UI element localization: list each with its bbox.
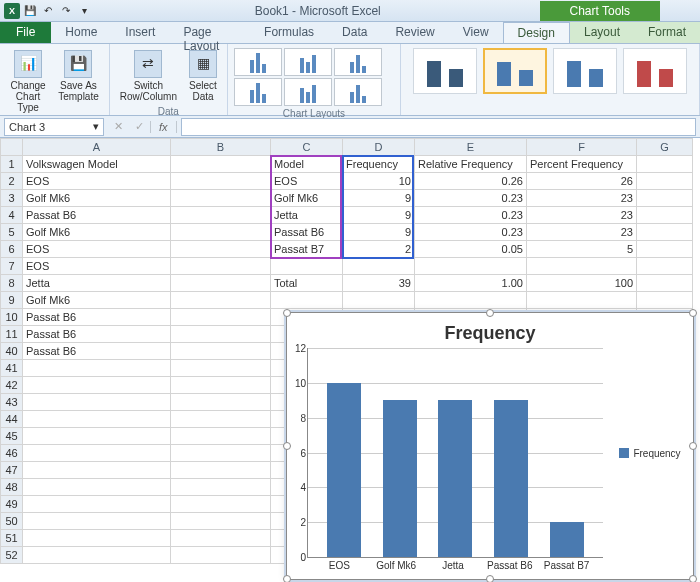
row-header[interactable]: 9 <box>1 292 23 309</box>
cell[interactable] <box>23 513 171 530</box>
cell[interactable]: 9 <box>343 207 415 224</box>
enter-icon[interactable]: ✓ <box>129 120 150 133</box>
cell[interactable] <box>171 428 271 445</box>
qat-dropdown-icon[interactable]: ▾ <box>76 3 92 19</box>
cell[interactable]: Golf Mk6 <box>23 224 171 241</box>
resize-handle[interactable] <box>283 309 291 317</box>
tab-view[interactable]: View <box>449 22 503 43</box>
resize-handle[interactable] <box>486 575 494 582</box>
cell[interactable] <box>527 258 637 275</box>
bar[interactable] <box>494 400 528 557</box>
cell[interactable]: Passat B7 <box>271 241 343 258</box>
cell[interactable]: Golf Mk6 <box>23 190 171 207</box>
cell[interactable]: 0.23 <box>415 190 527 207</box>
cell[interactable]: Passat B6 <box>23 326 171 343</box>
cell[interactable] <box>23 377 171 394</box>
plot-area[interactable]: 024681012 <box>307 348 603 558</box>
resize-handle[interactable] <box>283 575 291 582</box>
layout-item[interactable] <box>234 78 282 106</box>
column-headers[interactable]: A B C D E F G <box>1 139 693 156</box>
row-header[interactable]: 48 <box>1 479 23 496</box>
row-header[interactable]: 10 <box>1 309 23 326</box>
tab-layout[interactable]: Layout <box>570 22 634 43</box>
grid-row[interactable]: 4Passat B6Jetta90.2323 <box>1 207 693 224</box>
tab-formulas[interactable]: Formulas <box>250 22 328 43</box>
cell[interactable]: Passat B6 <box>23 207 171 224</box>
col-header[interactable]: B <box>171 139 271 156</box>
cell[interactable]: 10 <box>343 173 415 190</box>
row-header[interactable]: 11 <box>1 326 23 343</box>
resize-handle[interactable] <box>689 309 697 317</box>
cell[interactable]: 23 <box>527 207 637 224</box>
cell[interactable] <box>637 292 693 309</box>
cell[interactable]: 23 <box>527 224 637 241</box>
row-header[interactable]: 52 <box>1 547 23 564</box>
layout-item[interactable] <box>284 48 332 76</box>
row-header[interactable]: 42 <box>1 377 23 394</box>
cell[interactable]: EOS <box>23 173 171 190</box>
dropdown-icon[interactable]: ▾ <box>93 120 99 133</box>
cell[interactable] <box>171 309 271 326</box>
cell[interactable] <box>637 156 693 173</box>
row-header[interactable]: 4 <box>1 207 23 224</box>
chart-bars[interactable] <box>308 348 603 557</box>
cell[interactable] <box>23 411 171 428</box>
cell[interactable]: Jetta <box>271 207 343 224</box>
bar[interactable] <box>438 400 472 557</box>
cell[interactable] <box>171 411 271 428</box>
cell[interactable] <box>343 292 415 309</box>
col-header[interactable]: D <box>343 139 415 156</box>
undo-icon[interactable]: ↶ <box>40 3 56 19</box>
cell[interactable]: 0.23 <box>415 207 527 224</box>
row-header[interactable]: 45 <box>1 428 23 445</box>
cancel-icon[interactable]: ✕ <box>108 120 129 133</box>
cell[interactable] <box>171 224 271 241</box>
cell[interactable]: 0.05 <box>415 241 527 258</box>
col-header[interactable]: C <box>271 139 343 156</box>
row-header[interactable]: 3 <box>1 190 23 207</box>
cell[interactable] <box>23 394 171 411</box>
row-header[interactable]: 51 <box>1 530 23 547</box>
cell[interactable]: 39 <box>343 275 415 292</box>
cell[interactable] <box>171 292 271 309</box>
formula-input[interactable] <box>181 118 696 136</box>
row-header[interactable]: 2 <box>1 173 23 190</box>
name-box[interactable]: Chart 3 ▾ <box>4 118 104 136</box>
cell[interactable] <box>527 292 637 309</box>
cell[interactable] <box>637 258 693 275</box>
chart-layout-gallery[interactable] <box>234 48 394 106</box>
row-header[interactable]: 44 <box>1 411 23 428</box>
col-header[interactable]: F <box>527 139 637 156</box>
resize-handle[interactable] <box>689 575 697 582</box>
cell[interactable]: Golf Mk6 <box>23 292 171 309</box>
cell[interactable]: Relative Frequency <box>415 156 527 173</box>
row-header[interactable]: 43 <box>1 394 23 411</box>
layout-item[interactable] <box>334 78 382 106</box>
bar[interactable] <box>327 383 361 557</box>
row-header[interactable]: 8 <box>1 275 23 292</box>
cell[interactable]: Passat B6 <box>271 224 343 241</box>
cell[interactable]: 1.00 <box>415 275 527 292</box>
resize-handle[interactable] <box>689 442 697 450</box>
cell[interactable] <box>171 513 271 530</box>
cell[interactable] <box>171 445 271 462</box>
cell[interactable] <box>171 207 271 224</box>
cell[interactable]: Percent Frequency <box>527 156 637 173</box>
tab-format[interactable]: Format <box>634 22 700 43</box>
cell[interactable] <box>23 496 171 513</box>
cell[interactable] <box>171 326 271 343</box>
cell[interactable] <box>23 360 171 377</box>
grid-row[interactable]: 5Golf Mk6Passat B690.2323 <box>1 224 693 241</box>
cell[interactable]: 2 <box>343 241 415 258</box>
cell[interactable] <box>637 173 693 190</box>
chart-style-gallery[interactable] <box>407 48 693 94</box>
style-item[interactable] <box>413 48 477 94</box>
switch-row-column-button[interactable]: ⇄ Switch Row/Column <box>116 48 181 104</box>
row-header[interactable]: 49 <box>1 496 23 513</box>
select-data-button[interactable]: ▦ Select Data <box>185 48 221 104</box>
cell[interactable] <box>23 547 171 564</box>
cell[interactable]: 0.26 <box>415 173 527 190</box>
cell[interactable]: Total <box>271 275 343 292</box>
row-header[interactable]: 6 <box>1 241 23 258</box>
cell[interactable]: 26 <box>527 173 637 190</box>
